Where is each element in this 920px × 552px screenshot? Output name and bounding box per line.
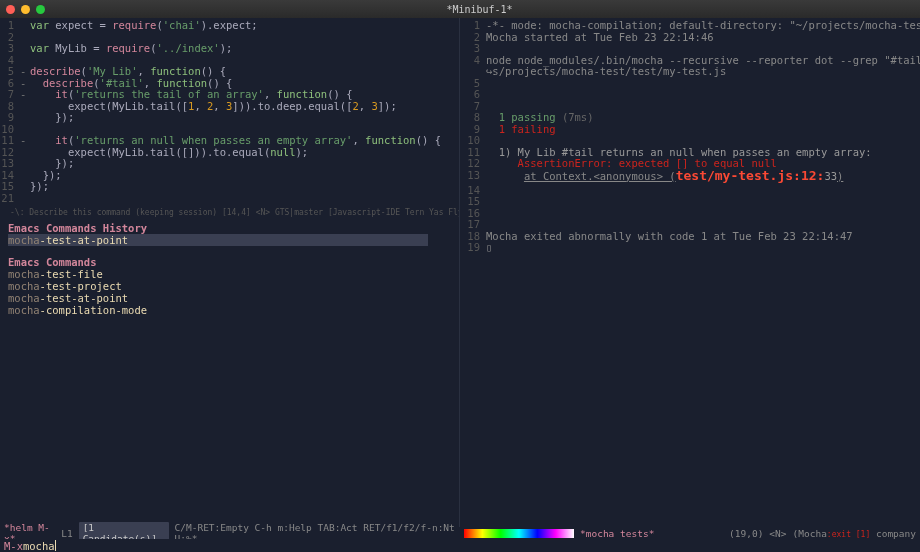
code-line[interactable]: 13 }); — [0, 158, 459, 170]
command-mocha-test-at-point[interactable]: mocha-test-at-point — [8, 234, 428, 246]
error-file-link[interactable]: test/my-test.js — [676, 168, 793, 183]
code-line[interactable]: 11- it('returns an null when passes an e… — [0, 135, 459, 147]
close-window-icon[interactable] — [6, 5, 15, 14]
command-mocha-test-project[interactable]: mocha-test-project — [8, 280, 451, 292]
text-cursor-icon — [55, 540, 56, 551]
code-line[interactable]: 15}); — [0, 181, 459, 193]
code-line[interactable]: 9 }); — [0, 112, 459, 124]
mocha-buffer-name: *mocha tests* — [580, 528, 654, 539]
cursor-position: (19,0) — [729, 528, 763, 539]
failure-case: 1) My Lib #tail returns an null when pas… — [499, 146, 872, 158]
passing-count: 1 passing — [499, 111, 556, 123]
code-line[interactable]: 1var expect = require('chai').expect; — [0, 20, 459, 32]
mode-line-text: -\: Describe this command (keeping sessi… — [10, 208, 459, 217]
failing-count: 1 failing — [499, 123, 556, 135]
command-mocha-test-at-point[interactable]: mocha-test-at-point — [8, 292, 451, 304]
cursor-block: ▯ — [486, 242, 492, 254]
mode-line-upper: -\: Describe this command (keeping sessi… — [0, 206, 459, 218]
mode-line-lower: *helm M-x* L1 [1 Candidate(s)] C/M-RET:E… — [0, 527, 920, 539]
minimize-window-icon[interactable] — [21, 5, 30, 14]
command-mocha-compilation-mode[interactable]: mocha-compilation-mode — [8, 304, 451, 316]
helm-commands-header: Emacs Commands — [8, 256, 451, 268]
code-line[interactable]: 21 — [0, 193, 459, 205]
code-line[interactable]: 3var MyLib = require('../index'); — [0, 43, 459, 55]
left-pane: 1var expect = require('chai').expect;23v… — [0, 18, 460, 527]
mocha-started: Mocha started at Tue Feb 23 22:14:46 — [486, 32, 714, 44]
nyan-indicator-icon — [464, 529, 574, 538]
mocha-command-cont: ↪s/projects/mocha-test/test/my-test.js — [486, 66, 726, 78]
window-title: *Minibuf-1* — [45, 4, 914, 15]
helm-completion-buffer[interactable]: Emacs Commands History mocha-test-at-poi… — [0, 218, 459, 527]
helm-history-header: Emacs Commands History — [8, 222, 451, 234]
minibuffer-input[interactable]: mocha — [23, 540, 55, 552]
code-line[interactable]: 14 }); — [0, 170, 459, 182]
command-mocha-test-file[interactable]: mocha-test-file — [8, 268, 451, 280]
minibuffer-prompt: M-x — [4, 540, 23, 552]
title-bar: *Minibuf-1* — [0, 0, 920, 18]
code-editor[interactable]: 1var expect = require('chai').expect;23v… — [0, 18, 459, 206]
zoom-window-icon[interactable] — [36, 5, 45, 14]
mocha-output-pane[interactable]: 1-*- mode: mocha-compilation; default-di… — [460, 18, 920, 527]
minibuffer[interactable]: M-x mocha — [0, 539, 920, 552]
mocha-mode-line: -*- mode: mocha-compilation; default-dir… — [486, 20, 920, 32]
mocha-exit: Mocha exited abnormally with code 1 at T… — [486, 231, 853, 243]
